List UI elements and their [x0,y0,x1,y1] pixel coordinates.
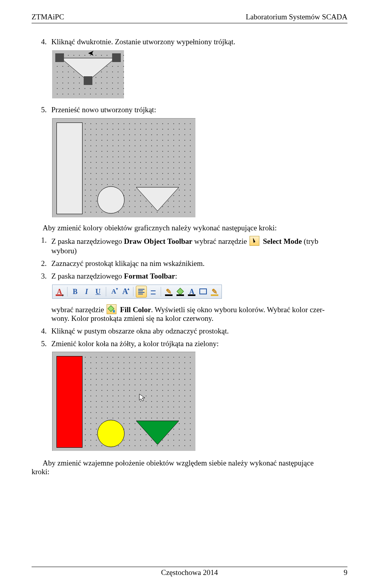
separator [67,287,68,296]
step-b5: 5. Zmienić kolor koła na żółty, a kolor … [41,339,347,348]
letter-a-icon: A [111,288,116,296]
underline-icon: U [96,288,101,296]
color-bar [176,294,184,296]
separator [133,287,133,296]
step-body: Z paska narzędziowego Format Toolbar: [51,272,347,281]
figure-selected-triangle: ➤ [52,50,124,98]
triangle-green [134,418,181,449]
svg-point-3 [98,420,124,447]
fill-color-button[interactable] [175,286,186,297]
rectangle-red [56,356,83,448]
paragraph-change-position: Aby zmienić wzajemne położenie obiektów … [32,459,347,476]
step-text: Zmienić kolor koła na żółty, a kolor tró… [51,339,347,348]
step-body: wybrać narzędzie Fill Color. Wyświetli s… [51,304,347,323]
bold-icon: B [73,288,77,296]
tool-name: Fill Color [120,305,151,314]
page-footer: Częstochowa 2014 9 [32,567,347,577]
svg-marker-4 [136,421,179,445]
step-number [41,304,51,323]
step-number: 4. [41,327,51,335]
figure-shapes-gray [52,118,195,217]
text: wybrać narzędzie [192,237,249,245]
circle-shape [96,185,126,215]
text: wony. Kolor prostokąta zmieni się na kol… [51,314,347,323]
color-bar [188,294,195,296]
text: Aby zmienić wzajemne położenie obiektów … [32,459,347,467]
font-larger-button[interactable]: A▴ [120,286,131,297]
text-color-button[interactable]: A [186,286,197,297]
align-left-button[interactable] [136,286,147,298]
header-left: ZTMAiPC [32,13,64,21]
cursor-icon [139,393,147,402]
step-number: 5. [41,106,51,114]
step-a5: 5. Przenieść nowo utworzony trójkąt: [41,106,347,114]
color-bar [211,294,218,296]
selection-handle [84,76,92,85]
svg-marker-2 [136,187,179,211]
paragraph-change-colors: Aby zmienić kolory obiektów graficznych … [32,224,347,232]
step-number: 4. [41,38,51,46]
rectangle-button[interactable] [198,286,208,297]
step-body: Z paska narzędziowego Draw Object Toolba… [51,236,347,255]
step-b3: 3. Z paska narzędziowego Format Toolbar: [41,272,347,281]
text: (tryb [302,237,319,245]
align-center-button[interactable] [148,286,158,297]
dropdown-icon [62,295,64,296]
step-number: 3. [41,272,51,281]
text: Z paska narzędziowego [51,237,124,245]
step-number: 5. [41,339,51,348]
text: Z paska narzędziowego [51,272,124,280]
text: . Wyświetli się okno wyboru kolorów. Wyb… [151,305,325,314]
step-text: Zaznaczyć prostokąt klikając na nim wska… [51,259,347,268]
triangle-shape [134,185,181,215]
rectangle-shape [56,122,83,214]
font-color-button[interactable]: A [54,286,65,297]
svg-point-1 [98,187,124,213]
text: wybrać narzędzie [51,305,106,314]
align-icon [138,289,144,294]
fill-color-icon [107,304,116,314]
cursor-icon: ➤ [88,49,94,58]
step-number: 1. [41,236,51,255]
step-text: Przenieść nowo utworzony trójkąt: [51,106,347,114]
header-right: Laboratorium Systemów SCADA [246,13,347,21]
step-number: 2. [41,259,51,268]
text: : [175,272,177,280]
step-b4: 4. Kliknąć w pustym obszarze okna aby od… [41,327,347,335]
selection-handle [55,53,64,62]
edit-button[interactable] [209,286,220,297]
svg-marker-5 [139,394,145,401]
step-text: Kliknąć w pustym obszarze okna aby odzna… [51,327,347,335]
select-mode-icon [250,236,259,246]
footer-center: Częstochowa 2014 [32,568,347,577]
text: wyboru) [51,247,347,255]
toolbar-name: Format Toolbar [124,272,175,280]
font-smaller-button[interactable]: A▾ [109,286,119,297]
italic-button[interactable]: I [81,286,92,297]
text: kroki: [32,467,347,476]
step-b3b: wybrać narzędzie Fill Color. Wyświetli s… [41,304,347,323]
color-bar [165,294,173,296]
separator [106,287,106,296]
page-header: ZTMAiPC Laboratorium Systemów SCADA [32,13,347,23]
circle-yellow [96,418,126,449]
step-a4: 4. Kliknąć dwukrotnie. Zostanie utworzon… [41,38,347,46]
underline-button[interactable]: U [93,286,103,297]
align-icon [150,289,156,294]
toolbar-name: Draw Object Toolbar [124,237,192,245]
selection-handle [112,53,121,62]
line-color-button[interactable] [163,286,174,297]
italic-icon: I [85,288,88,296]
bold-button[interactable]: B [70,286,81,297]
tool-name: Select Mode [263,237,302,245]
caret-down-icon: ▾ [116,287,118,291]
caret-up-icon: ▴ [128,287,129,291]
separator [161,287,161,296]
step-b1: 1. Z paska narzędziowego Draw Object Too… [41,236,347,255]
figure-shapes-colored [52,352,195,451]
step-b2: 2. Zaznaczyć prostokąt klikając na nim w… [41,259,347,268]
format-toolbar: A B I U A▾ A▴ A [52,285,222,299]
step-text: Kliknąć dwukrotnie. Zostanie utworzony w… [51,38,347,46]
